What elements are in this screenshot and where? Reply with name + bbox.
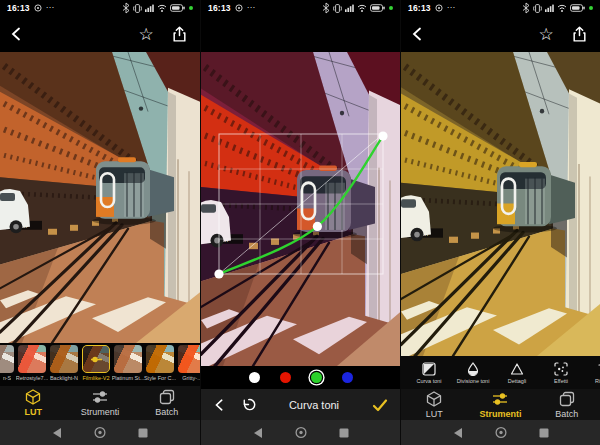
tool-label: Dettagli [508,378,527,384]
editor-header: ☆ [0,16,200,52]
tab-label: Strumenti [479,409,521,419]
filter-thumb[interactable]: Gritty-... [178,345,200,381]
undo-reset-button[interactable] [241,397,256,412]
back-button[interactable] [410,23,432,45]
batch-stack-icon [559,391,575,407]
filter-thumb[interactable]: Platinum St... [114,345,142,381]
sliders-icon [92,389,108,405]
nav-home-button[interactable] [495,427,507,439]
tab-lut[interactable]: LUT [401,389,467,420]
tool-curva-toni[interactable]: Curva toni [407,362,451,384]
sliders-icon [492,391,508,407]
screen-tone-curve: 16:13 ⋯ [200,0,400,445]
channel-blue[interactable] [342,372,353,383]
tab-label: Batch [155,407,178,417]
back-button[interactable] [9,23,31,45]
nav-recents-button[interactable] [338,427,350,439]
nav-back-button[interactable] [252,427,264,439]
filter-label: Gritty-... [182,375,200,381]
photo-preview[interactable]: Avion [401,52,600,356]
tool-divisione-toni[interactable]: Divisione toni [451,362,495,384]
export-share-button[interactable] [567,22,591,46]
tone-curve-editor[interactable] [201,52,400,366]
status-bar: 16:13 ⋯ [201,0,400,16]
curve-point[interactable] [214,269,223,278]
filter-label: Filmlike-V2 [82,375,109,381]
curve-point[interactable] [313,222,322,231]
tool-ritaglia[interactable]: Ritagli... [583,362,600,384]
tool-effetti[interactable]: Effetti [539,362,583,384]
bluetooth-icon [322,2,330,14]
bluetooth-icon [122,2,130,14]
more-notifications-icon: ⋯ [46,4,54,12]
filter-thumb-selected[interactable]: Filmlike-V2 [82,345,110,381]
favorite-star-button[interactable]: ☆ [534,22,558,46]
clock: 16:13 [408,3,431,13]
more-notifications-icon: ⋯ [447,4,455,12]
battery-icon [370,4,385,12]
tab-batch[interactable]: Batch [534,389,600,420]
camera-active-dot [589,6,593,10]
tab-strumenti[interactable]: Strumenti [67,386,134,420]
wifi-icon [557,4,567,12]
header-spacer [201,16,400,52]
nav-back-button[interactable] [51,427,63,439]
whatsapp-notification-icon [235,4,243,12]
filter-thumb[interactable]: Style For C... [146,345,174,381]
filter-thumb[interactable]: n-S [0,345,14,381]
cancel-back-button[interactable] [213,398,227,412]
triptych-screenshots: 16:13 ⋯ ☆ [0,0,600,445]
photo-preview[interactable]: Avion [0,52,200,343]
nav-recents-button[interactable] [137,427,149,439]
tone-curve-icon [422,362,436,376]
channel-red[interactable] [280,372,291,383]
clock: 16:13 [7,3,30,13]
vibrate-icon [533,4,542,13]
channel-white[interactable] [249,372,260,383]
batch-stack-icon [159,389,175,405]
tab-label: LUT [25,407,43,417]
adjust-filter-icon [83,346,109,372]
effects-icon [554,362,568,376]
signal-icon [545,4,554,12]
tool-dettagli[interactable]: Dettagli [495,362,539,384]
editor-header: ☆ [401,16,600,52]
export-share-button[interactable] [167,22,191,46]
camera-active-dot [189,6,193,10]
filter-label: Retrostyle7... [16,375,48,381]
status-bar: 16:13 ⋯ [401,0,600,16]
tool-label: Effetti [554,378,568,384]
more-notifications-icon: ⋯ [247,4,255,12]
filter-thumb[interactable]: Backlight-N [50,345,78,381]
camera-active-dot [389,6,393,10]
nav-back-button[interactable] [452,427,464,439]
curve-action-bar: Curva toni [201,389,400,420]
nav-home-button[interactable] [295,427,307,439]
clock: 16:13 [208,3,231,13]
filter-thumb[interactable]: Retrostyle7... [18,345,46,381]
channel-green[interactable] [311,372,322,383]
filter-label: Backlight-N [50,375,78,381]
tab-batch[interactable]: Batch [133,386,200,420]
street-scene-art: Avion [401,52,600,356]
nav-recents-button[interactable] [538,427,550,439]
cube-icon [25,389,41,405]
curve-point[interactable] [378,132,387,141]
signal-icon [345,4,354,12]
whatsapp-notification-icon [435,4,443,12]
signal-icon [145,4,154,12]
favorite-star-button[interactable]: ☆ [134,22,158,46]
photo-preview-curves[interactable]: Avion [201,52,400,366]
vibrate-icon [333,4,342,13]
android-nav-bar [0,420,200,445]
tab-strumenti[interactable]: Strumenti [467,389,533,420]
tab-lut[interactable]: LUT [0,386,67,420]
tab-label: LUT [426,409,443,419]
confirm-button[interactable] [372,398,388,412]
filter-label: Style For C... [144,375,176,381]
nav-home-button[interactable] [94,427,106,439]
bottom-tab-bar: LUT Strumenti Batch [401,389,600,420]
battery-icon [570,4,585,12]
wifi-icon [157,4,167,12]
filter-label: Platinum St... [112,375,145,381]
